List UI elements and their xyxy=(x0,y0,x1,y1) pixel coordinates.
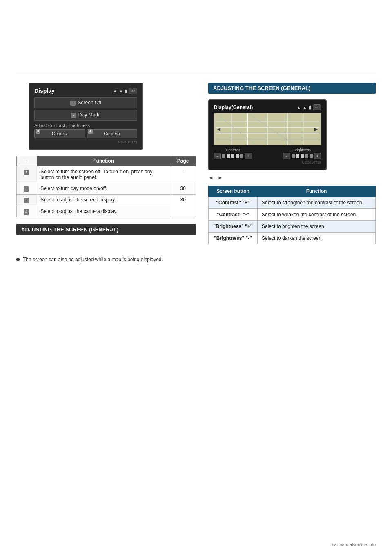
right-section-bar: ADJUSTING THE SCREEN (GENERAL) xyxy=(208,83,376,94)
camera-tab-label: Camera xyxy=(104,131,120,136)
contrast-seg3 xyxy=(231,154,234,158)
sbt-btn-2: "Brightness" "+" xyxy=(209,221,258,233)
contrast-seg5 xyxy=(240,154,243,158)
row3-function: Select to adjust the screen display. xyxy=(37,195,170,206)
display-general-mockup: Display(General) ▲ ▲ ▮ ↩ xyxy=(208,99,327,170)
sbt-row: "Contrast" "-" Select to weaken the cont… xyxy=(209,209,376,221)
contrast-seg2 xyxy=(227,154,230,158)
table-row: 4 Select to adjust the camera display. xyxy=(17,206,196,217)
watermark-text: carmanualsonline.info xyxy=(332,542,376,547)
sbt-func-0: Select to strengthen the contrast of the… xyxy=(258,197,376,209)
sbt-row: "Contrast" "+" Select to strengthen the … xyxy=(209,197,376,209)
general-tab[interactable]: 3 General xyxy=(34,129,85,138)
row1-badge: 1 xyxy=(24,170,29,175)
signal-icon: ▲ xyxy=(113,88,117,93)
screen-header: Display ▲ ▲ ▮ ↩ xyxy=(34,87,137,94)
item2-badge: 2 xyxy=(71,113,76,118)
brightness-seg2 xyxy=(296,154,299,158)
row1-page: — xyxy=(170,166,196,183)
sbt-func-3: Select to darken the screen. xyxy=(258,233,376,244)
dg-signal-icon: ▲ xyxy=(296,105,301,110)
adjust-section-label: Adjust Contrast / Brightness xyxy=(34,123,137,128)
brightness-seg5 xyxy=(310,154,313,158)
col-header-page: Page xyxy=(170,156,196,166)
content-area: Display ▲ ▲ ▮ ↩ 1 Screen Off 2 Day Mode … xyxy=(16,83,376,244)
left-arrow-item: ◄ xyxy=(208,175,214,181)
dg-icons: ▲ ▲ ▮ ↩ xyxy=(296,104,321,110)
bottom-bullet-text: The screen can also be adjusted while a … xyxy=(23,257,163,262)
day-mode-label: Day Mode xyxy=(78,112,101,118)
brightness-bar: − + xyxy=(283,153,321,159)
screen-title: Display xyxy=(34,87,55,94)
dg-controls: Contrast − + Brightness − xyxy=(214,148,321,159)
top-rule xyxy=(16,74,376,74)
screen-watermark: US2016TEI xyxy=(34,140,137,144)
table-row: 2 Select to turn day mode on/off. 30 xyxy=(17,183,196,195)
arrow-row: ◄ ► xyxy=(208,175,376,181)
sbt-btn-1: "Contrast" "-" xyxy=(209,209,258,221)
bullet-dot xyxy=(16,258,20,261)
row1-no: 1 xyxy=(17,166,37,183)
function-table: No. Function Page 1 Select to turn the s… xyxy=(16,156,196,217)
sbt-btn-0: "Contrast" "+" xyxy=(209,197,258,209)
brightness-minus-btn[interactable]: − xyxy=(283,153,290,159)
tab3-badge: 3 xyxy=(36,129,40,134)
sbt-row: "Brightness" "-" Select to darken the sc… xyxy=(209,233,376,244)
back-button[interactable]: ↩ xyxy=(129,88,137,94)
contrast-seg1 xyxy=(222,154,225,158)
tab4-badge: 4 xyxy=(88,129,93,134)
dg-nav-right-arrow[interactable]: ► xyxy=(313,126,319,132)
brightness-control: Brightness − + xyxy=(283,148,321,159)
sbt-btn-3: "Brightness" "-" xyxy=(209,233,258,244)
dg-back-button[interactable]: ↩ xyxy=(313,104,321,110)
brightness-plus-btn[interactable]: + xyxy=(314,153,321,159)
right-arrow-icon: ► xyxy=(218,175,223,181)
sbt-col-header-btn: Screen button xyxy=(209,186,258,197)
wifi-icon: ▲ xyxy=(119,88,123,93)
row1-function: Select to turn the screen off. To turn i… xyxy=(37,166,170,183)
screen-tabs: 3 General 4 Camera xyxy=(34,129,137,138)
col-header-function: Function xyxy=(37,156,170,166)
table-row: 3 Select to adjust the screen display. 3… xyxy=(17,195,196,206)
row4-function: Select to adjust the camera display. xyxy=(37,206,170,217)
contrast-label: Contrast xyxy=(226,148,240,152)
day-mode-item[interactable]: 2 Day Mode xyxy=(34,110,137,121)
right-column: ADJUSTING THE SCREEN (GENERAL) Display(G… xyxy=(208,83,376,244)
brightness-seg4 xyxy=(305,154,308,158)
camera-tab[interactable]: 4 Camera xyxy=(87,129,138,138)
screen-icons: ▲ ▲ ▮ ↩ xyxy=(113,88,137,94)
row2-function: Select to turn day mode on/off. xyxy=(37,183,170,195)
dg-title: Display(General) xyxy=(214,105,253,110)
row3-no: 3 xyxy=(17,195,37,206)
col-header-no: No. xyxy=(17,156,37,166)
left-section-bar-label: ADJUSTING THE SCREEN (GENERAL) xyxy=(21,226,118,233)
dg-map-svg xyxy=(214,113,321,145)
row4-no: 4 xyxy=(17,206,37,217)
left-arrow-icon: ◄ xyxy=(208,175,214,181)
dg-map-area: ◄ ► xyxy=(214,113,321,145)
right-section-bar-label: ADJUSTING THE SCREEN (GENERAL) xyxy=(213,85,310,91)
brightness-seg1 xyxy=(292,154,295,158)
battery-icon: ▮ xyxy=(125,88,127,94)
dg-watermark: US2016TEI xyxy=(214,161,321,165)
general-tab-label: General xyxy=(52,131,68,136)
contrast-plus-btn[interactable]: + xyxy=(245,153,252,159)
row2-no: 2 xyxy=(17,183,37,195)
dg-nav-left-arrow[interactable]: ◄ xyxy=(216,126,222,132)
row4-badge: 4 xyxy=(24,209,29,215)
dg-battery-icon: ▮ xyxy=(309,105,311,110)
dg-header: Display(General) ▲ ▲ ▮ ↩ xyxy=(214,104,321,110)
contrast-minus-btn[interactable]: − xyxy=(214,153,221,159)
display-screen-mockup: Display ▲ ▲ ▮ ↩ 1 Screen Off 2 Day Mode … xyxy=(29,83,143,150)
row3-page: 30 xyxy=(170,195,196,217)
screen-button-table: Screen button Function "Contrast" "+" Se… xyxy=(208,186,376,244)
left-column: Display ▲ ▲ ▮ ↩ 1 Screen Off 2 Day Mode … xyxy=(16,83,196,244)
left-section-bar: ADJUSTING THE SCREEN (GENERAL) xyxy=(16,224,196,235)
table-row: 1 Select to turn the screen off. To turn… xyxy=(17,166,196,183)
sbt-func-2: Select to brighten the screen. xyxy=(258,221,376,233)
item1-badge: 1 xyxy=(70,101,76,106)
contrast-bar: − + xyxy=(214,153,252,159)
row2-badge: 2 xyxy=(24,186,29,192)
screen-off-item[interactable]: 1 Screen Off xyxy=(34,97,137,108)
brightness-label: Brightness xyxy=(293,148,311,152)
